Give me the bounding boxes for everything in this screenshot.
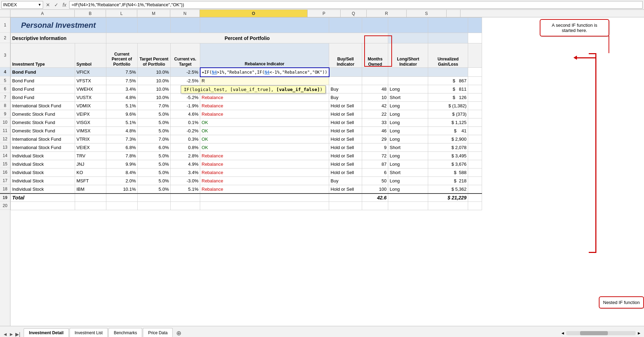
cell-7M[interactable]: 10.0%: [138, 93, 171, 102]
cell-7N[interactable]: -5.2%: [171, 93, 200, 102]
cell-20A[interactable]: [11, 202, 75, 210]
cell-6Q[interactable]: 48: [362, 85, 388, 93]
cell-13R[interactable]: Short: [388, 143, 428, 152]
cell-15S[interactable]: $ 3,676: [428, 160, 468, 168]
cell-11B[interactable]: VIMSX: [75, 127, 106, 135]
cell-10B[interactable]: VISGX: [75, 118, 106, 127]
cell-16N[interactable]: 3.4%: [171, 168, 200, 177]
col-header-Q[interactable]: Q: [341, 10, 367, 17]
col-header-N[interactable]: N: [170, 10, 200, 17]
cell-14A[interactable]: Individual Stock: [11, 152, 75, 160]
cell-7S[interactable]: $ 126: [428, 93, 468, 102]
cell-16R[interactable]: Short: [388, 168, 428, 177]
cell-12N[interactable]: 0.3%: [171, 135, 200, 143]
cell-6R[interactable]: Long: [388, 85, 428, 93]
cell-11N[interactable]: -0.2%: [171, 127, 200, 135]
cell-12S[interactable]: $ 2,900: [428, 135, 468, 143]
cell-12R[interactable]: Long: [388, 135, 428, 143]
name-box-arrow[interactable]: ▼: [38, 3, 41, 7]
cell-10N[interactable]: 0.1%: [171, 118, 200, 127]
cell-7Q[interactable]: 10: [362, 93, 388, 102]
cell-6S[interactable]: $ 811: [428, 85, 468, 93]
cell-16O[interactable]: Rebalance: [200, 168, 329, 177]
cell-11A[interactable]: Domestic Stock Fund: [11, 127, 75, 135]
cell-17O[interactable]: Rebalance: [200, 177, 329, 185]
cell-12Q[interactable]: 29: [362, 135, 388, 143]
cell-16M[interactable]: 5.0%: [138, 168, 171, 177]
cell-17N[interactable]: -3.0%: [171, 177, 200, 185]
cell-18R[interactable]: Long: [388, 185, 428, 194]
new-sheet-button[interactable]: ⊕: [173, 329, 184, 337]
row-num-7[interactable]: 7: [0, 93, 10, 101]
row-num-2[interactable]: 2: [0, 33, 10, 43]
cell-4S[interactable]: [428, 68, 468, 77]
cell-15M[interactable]: 5.0%: [138, 160, 171, 168]
cell-15R[interactable]: Long: [388, 160, 428, 168]
cell-8O[interactable]: Rebalance: [200, 102, 329, 110]
cell-20O[interactable]: [200, 202, 329, 210]
cell-16P[interactable]: Hold or Sell: [329, 168, 362, 177]
cell-14N[interactable]: 2.8%: [171, 152, 200, 160]
cell-6B[interactable]: VWEHX: [75, 85, 106, 93]
cell-8R[interactable]: Long: [388, 102, 428, 110]
cell-14Q[interactable]: 72: [362, 152, 388, 160]
cell-18Q[interactable]: 100: [362, 185, 388, 194]
cell-5A[interactable]: Bond Fund: [11, 77, 75, 85]
cell-7O[interactable]: Rebalance: [200, 93, 329, 102]
cell-12P[interactable]: Hold or Sell: [329, 135, 362, 143]
row-num-3[interactable]: 3: [0, 43, 10, 67]
cell-11R[interactable]: Long: [388, 127, 428, 135]
cell-4R[interactable]: [388, 68, 428, 77]
cell-11O[interactable]: OK: [200, 127, 329, 135]
cell-15O[interactable]: Rebalance: [200, 160, 329, 168]
cell-16S[interactable]: $ 588: [428, 168, 468, 177]
cell-8S[interactable]: $ (1,382): [428, 102, 468, 110]
tab-next-icon[interactable]: ►: [9, 331, 14, 337]
cell-17M[interactable]: 5.0%: [138, 177, 171, 185]
tab-investment-list[interactable]: Investment List: [70, 328, 108, 337]
cell-15L[interactable]: 9.9%: [106, 160, 138, 168]
tab-investment-detail[interactable]: Investment Detail: [24, 328, 68, 337]
cell-8M[interactable]: 7.0%: [138, 102, 171, 110]
cell-18L[interactable]: 10.1%: [106, 185, 138, 194]
cell-14O[interactable]: Rebalance: [200, 152, 329, 160]
cell-7P[interactable]: Buy: [329, 93, 362, 102]
tab-price-data[interactable]: Price Data: [143, 328, 173, 337]
cell-11L[interactable]: 4.8%: [106, 127, 138, 135]
cell-12B[interactable]: VTRIX: [75, 135, 106, 143]
cell-11M[interactable]: 5.0%: [138, 127, 171, 135]
cell-5Q[interactable]: [362, 77, 388, 85]
cell-13M[interactable]: 6.0%: [138, 143, 171, 152]
cell-16L[interactable]: 8.4%: [106, 168, 138, 177]
cell-15B[interactable]: JNJ: [75, 160, 106, 168]
cell-16A[interactable]: Individual Stock: [11, 168, 75, 177]
cell-7B[interactable]: VUSTX: [75, 93, 106, 102]
cell-5P[interactable]: [329, 77, 362, 85]
cell-4N[interactable]: -2.5%: [171, 68, 200, 77]
row-num-9[interactable]: 9: [0, 110, 10, 118]
cell-11S[interactable]: $ 41: [428, 127, 468, 135]
cell-4Q[interactable]: [362, 68, 388, 77]
scroll-left-icon[interactable]: ◄: [561, 331, 565, 336]
cell-16Q[interactable]: 6: [362, 168, 388, 177]
cell-9S[interactable]: $ (373): [428, 110, 468, 118]
cell-16B[interactable]: KO: [75, 168, 106, 177]
scrollbar-track[interactable]: [566, 331, 636, 335]
scroll-right-icon[interactable]: ►: [637, 331, 641, 336]
cell-20M[interactable]: [138, 202, 171, 210]
confirm-icon[interactable]: ✓: [53, 1, 60, 8]
cell-10P[interactable]: Hold or Sell: [329, 118, 362, 127]
cell-14L[interactable]: 7.8%: [106, 152, 138, 160]
row-num-19[interactable]: 19: [0, 193, 10, 202]
cell-13L[interactable]: 6.8%: [106, 143, 138, 152]
cell-15N[interactable]: 4.9%: [171, 160, 200, 168]
col-header-extra[interactable]: [447, 10, 460, 17]
row-num-20[interactable]: 20: [0, 202, 10, 210]
cell-8Q[interactable]: 42: [362, 102, 388, 110]
row-num-18[interactable]: 18: [0, 185, 10, 193]
cell-4M[interactable]: 10.0%: [138, 68, 171, 77]
cell-13B[interactable]: VEIEX: [75, 143, 106, 152]
cell-5B[interactable]: VFSTX: [75, 77, 106, 85]
row-num-4[interactable]: 4: [0, 67, 10, 76]
name-box[interactable]: INDEX ▼: [1, 1, 43, 9]
